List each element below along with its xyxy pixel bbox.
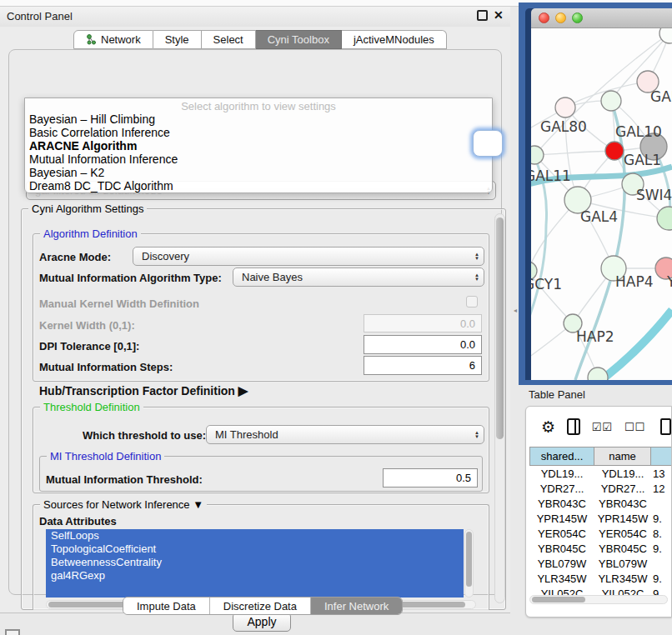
algorithm-option[interactable]: Mutual Information Inference (25, 152, 492, 166)
attribute-item[interactable]: TopologicalCoefficient (46, 542, 464, 556)
table-row[interactable]: YPR145WYPR145W9. (529, 511, 672, 526)
table-cell: YER054C (594, 526, 651, 541)
aracne-mode-value: Discovery (142, 250, 189, 262)
table-cell (651, 556, 672, 571)
control-panel-title: Control Panel (7, 10, 73, 22)
which-threshold-value: MI Threshold (215, 428, 278, 441)
column-header-shared...[interactable]: shared... (529, 447, 594, 466)
network-view[interactable]: GALGAL80GAL10GAL1GAL11SWI4GAL4GCY1HAP4YH… (531, 28, 672, 380)
hub-definition-toggle[interactable]: Hub/Transcription Factor Definition ▶ (39, 383, 248, 398)
kernel-width-label: Kernel Width (0,1): (39, 319, 135, 332)
table-cell: 8. (651, 526, 672, 541)
table-row[interactable]: YDR27...YDR27...12 (529, 481, 672, 496)
algorithm-option[interactable]: ARACNE Algorithm (25, 139, 492, 152)
node-label-GAL: GAL (650, 88, 672, 105)
table-row[interactable]: YBL079WYBL079W (529, 556, 672, 571)
zoom-traffic-light-icon[interactable] (572, 12, 583, 23)
settings-vertical-scrollbar[interactable] (494, 213, 505, 603)
network-graph[interactable]: GALGAL80GAL10GAL1GAL11SWI4GAL4GCY1HAP4YH… (531, 28, 672, 380)
table-cell: 13 (651, 466, 672, 481)
which-threshold-combobox[interactable]: MI Threshold ▲▼ (206, 425, 484, 444)
aracne-mode-label: Aracne Mode: (39, 251, 111, 263)
network-node-GAL1[interactable] (605, 142, 624, 160)
mi-steps-field[interactable]: 6 (364, 356, 482, 375)
attribute-item[interactable]: SelfLoops (46, 529, 464, 542)
which-threshold-label: Which threshold to use: (83, 429, 206, 442)
table-cell: YBR043C (594, 496, 651, 511)
mi-steps-label: Mutual Information Steps: (39, 361, 173, 373)
table-cell: 12 (651, 481, 672, 496)
columns-icon[interactable] (567, 418, 580, 435)
minimized-panel-icon[interactable] (5, 629, 20, 635)
apply-button[interactable]: Apply (233, 612, 291, 632)
data-attributes-list[interactable]: SelfLoopsTopologicalCoefficientBetweenne… (46, 529, 464, 598)
column-header-name[interactable]: name (594, 447, 651, 466)
focused-spinner-field[interactable] (473, 130, 503, 157)
network-window-titlebar[interactable] (531, 8, 672, 28)
attribute-item[interactable]: BetweennessCentrality (46, 556, 464, 569)
network-edge[interactable] (534, 151, 614, 155)
node-label-SWI4: SWI4 (636, 187, 672, 203)
attributes-scrollbar[interactable] (464, 529, 474, 598)
manual-kernel-checkbox[interactable] (466, 296, 478, 308)
table-horizontal-scrollbar[interactable] (529, 595, 668, 604)
table-row[interactable]: YLR345WYLR345W9. (529, 571, 672, 586)
algorithm-option[interactable]: Dream8 DC_TDC Algorithm (25, 179, 492, 192)
mi-threshold-field[interactable]: 0.5 (383, 468, 478, 488)
float-window-icon[interactable] (477, 10, 488, 21)
mi-type-label: Mutual Information Algorithm Type: (39, 272, 222, 284)
gear-icon[interactable]: ⚙ (541, 418, 555, 437)
node-label-HAP4: HAP4 (615, 273, 653, 290)
bottom-tab-infer-network[interactable]: Infer Network (310, 598, 402, 614)
table-cell: YDL19... (529, 466, 594, 481)
network-node-GAL80[interactable] (555, 98, 575, 118)
close-icon[interactable]: ✕ (494, 8, 504, 22)
table-row[interactable]: YER054CYER054C8. (529, 526, 672, 541)
export-file-icon[interactable] (660, 418, 671, 435)
tab-jactivemnodules[interactable]: jActiveMNodules (342, 30, 447, 49)
bottom-tab-impute-data[interactable]: Impute Data (123, 598, 209, 614)
tab-label: jActiveMNodules (354, 33, 434, 46)
aracne-mode-combobox[interactable]: Discovery ▲▼ (133, 247, 484, 266)
network-node-top-partial[interactable] (659, 28, 672, 43)
column-header-partial[interactable] (651, 447, 672, 466)
select-all-checks-icon[interactable]: ☑☑ (592, 421, 613, 433)
algorithm-option[interactable]: Bayesian – K2 (25, 166, 492, 179)
bottom-tab-discretize-data[interactable]: Discretize Data (209, 598, 310, 614)
node-table: shared...name YDL19...YDL19...13YDR27...… (529, 447, 672, 601)
sources-toggle[interactable]: Sources for Network Inference ▼ (40, 498, 207, 511)
table-row[interactable]: YBR043CYBR043C (529, 496, 672, 511)
network-node-GAL10[interactable] (601, 91, 621, 111)
deselect-all-checks-icon[interactable]: ☐☐ (624, 421, 645, 433)
tab-cyni-toolbox[interactable]: Cyni Toolbox (256, 30, 342, 49)
table-rows: YDL19...YDL19...13YDR27...YDR27...12YBR0… (529, 466, 672, 601)
table-row[interactable]: YBR045CYBR045C9. (529, 541, 672, 556)
table-panel-card: ⚙ ☑☑ ☐☐ shared...name YDL19...YDL19...13… (525, 406, 672, 618)
table-header-row[interactable]: shared...name (529, 447, 672, 466)
network-node-bottom-partial[interactable] (588, 368, 608, 380)
attribute-item[interactable]: gal4RGexp (46, 569, 464, 582)
minimize-traffic-light-icon[interactable] (555, 12, 566, 23)
algorithm-option[interactable]: Bayesian – Hill Climbing (25, 112, 492, 126)
tab-select[interactable]: Select (202, 30, 256, 49)
algorithm-option[interactable]: Basic Correlation Inference (25, 126, 492, 139)
tab-label: Cyni Toolbox (268, 33, 329, 46)
hub-definition-label: Hub/Transcription Factor Definition (39, 384, 235, 398)
vertical-scrollbar-thumb[interactable] (496, 218, 504, 439)
close-traffic-light-icon[interactable] (539, 12, 549, 23)
stepper-arrows-icon: ▲▼ (474, 252, 479, 261)
mi-type-combobox[interactable]: Naive Bayes ▲▼ (233, 268, 484, 287)
tab-style[interactable]: Style (153, 30, 202, 49)
dpi-tolerance-field[interactable]: 0.0 (364, 335, 482, 354)
table-cell: YDR27... (529, 481, 594, 496)
expand-right-icon: ▶ (238, 383, 248, 398)
table-scrollbar-thumb[interactable] (532, 597, 585, 602)
node-label-Y: Y (666, 273, 672, 290)
dpi-tolerance-label: DPI Tolerance [0,1]: (39, 340, 139, 352)
attributes-scrollbar-thumb[interactable] (466, 532, 472, 587)
network-node-GAL11[interactable] (531, 146, 544, 164)
kernel-width-field[interactable]: 0.0 (364, 314, 482, 332)
table-row[interactable]: YDL19...YDL19...13 (529, 466, 672, 481)
tab-network[interactable]: Network (73, 30, 153, 49)
network-edge[interactable] (597, 310, 672, 380)
